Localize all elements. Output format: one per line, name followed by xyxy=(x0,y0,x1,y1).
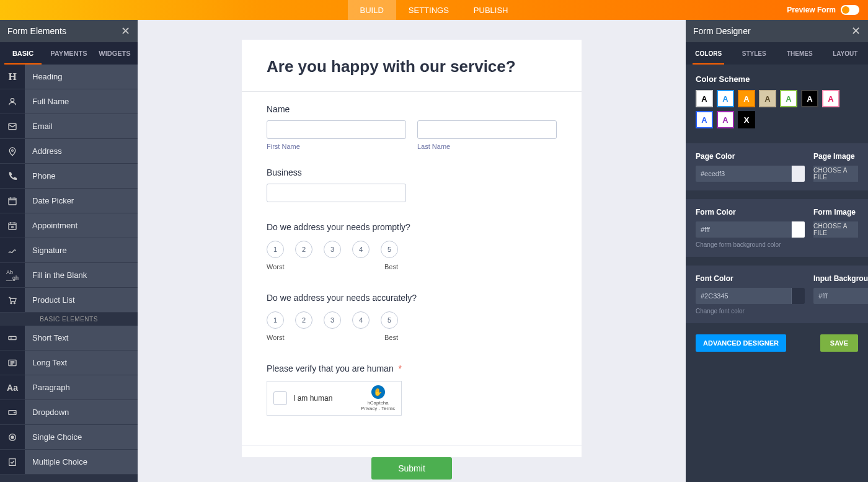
first-name-input[interactable] xyxy=(267,120,406,139)
rating-option-3[interactable]: 3 xyxy=(324,311,341,329)
element-heading[interactable]: HHeading xyxy=(0,65,138,89)
input-bg-input[interactable] xyxy=(813,288,868,304)
color-swatch[interactable]: A xyxy=(696,90,713,107)
captcha-label: Please verify that you are human * xyxy=(267,364,557,373)
element-phone[interactable]: Phone xyxy=(0,164,138,189)
element-signature[interactable]: Signature xyxy=(0,238,138,263)
element-label: Address xyxy=(25,139,138,163)
element-multiple-choice[interactable]: Multiple Choice xyxy=(0,450,138,475)
left-tab-payments[interactable]: PAYMENTS xyxy=(46,42,92,65)
sig-icon xyxy=(0,238,25,262)
color-swatch[interactable]: A xyxy=(759,90,776,107)
element-label: Dropdown xyxy=(25,400,138,424)
close-icon[interactable]: ✕ xyxy=(121,24,130,38)
form-card: Are you happy with our service? Name Fir… xyxy=(242,40,582,457)
tab-settings[interactable]: SETTINGS xyxy=(396,0,461,20)
form-image-label: Form Image xyxy=(813,208,858,216)
element-label: Single Choice xyxy=(25,425,138,449)
captcha-privacy[interactable]: Privacy - Terms xyxy=(361,406,395,411)
svg-point-7 xyxy=(14,302,15,303)
font-color-chip[interactable] xyxy=(791,288,805,304)
svg-point-0 xyxy=(11,98,14,101)
left-tab-basic[interactable]: BASIC xyxy=(0,42,46,65)
swatches: AAAAAAAAAX xyxy=(696,90,858,128)
form-color-help: Change form background color xyxy=(696,241,805,248)
page-color-chip[interactable] xyxy=(791,166,805,182)
submit-button[interactable]: Submit xyxy=(371,457,452,480)
business-input[interactable] xyxy=(267,184,406,202)
left-tabs: BASIC PAYMENTS WIDGETS xyxy=(0,42,138,65)
captcha-checkbox[interactable] xyxy=(273,391,287,405)
left-panel: Form Elements ✕ BASIC PAYMENTS WIDGETS H… xyxy=(0,20,138,482)
rating-option-2[interactable]: 2 xyxy=(295,241,312,258)
page-color-input[interactable] xyxy=(696,166,791,182)
rating-option-5[interactable]: 5 xyxy=(381,311,398,329)
element-fill-in-the-blank[interactable]: Ab__ghFill in the Blank xyxy=(0,263,138,288)
element-label: Email xyxy=(25,114,138,138)
topbar: BUILD SETTINGS PUBLISH Preview Form xyxy=(0,0,868,20)
element-appointment[interactable]: Appointment xyxy=(0,213,138,238)
form-color-chip[interactable] xyxy=(791,221,805,238)
preview-toggle[interactable] xyxy=(841,5,859,15)
close-icon[interactable]: ✕ xyxy=(851,24,861,38)
topbar-tabs: BUILD SETTINGS PUBLISH xyxy=(348,0,521,20)
save-button[interactable]: SAVE xyxy=(820,334,858,352)
tab-publish[interactable]: PUBLISH xyxy=(461,0,521,20)
right-tab-layout[interactable]: LAYOUT xyxy=(823,42,869,65)
captcha-brand: hCaptcha xyxy=(361,400,395,406)
form-image-choose[interactable]: CHOOSE A FILE xyxy=(813,221,858,238)
color-swatch[interactable]: A xyxy=(780,90,797,107)
color-swatch[interactable]: X xyxy=(738,111,755,128)
element-product-list[interactable]: Product List xyxy=(0,288,138,313)
rating-option-3[interactable]: 3 xyxy=(324,241,341,258)
element-email[interactable]: Email xyxy=(0,114,138,139)
svg-point-12 xyxy=(11,436,14,439)
rating-option-2[interactable]: 2 xyxy=(295,311,312,329)
page-image-choose[interactable]: CHOOSE A FILE xyxy=(813,166,858,182)
rating-option-4[interactable]: 4 xyxy=(352,241,370,258)
preview-form[interactable]: Preview Form xyxy=(787,5,859,15)
element-label: Long Text xyxy=(25,350,138,375)
element-single-choice[interactable]: Single Choice xyxy=(0,425,138,450)
rating-option-1[interactable]: 1 xyxy=(267,241,284,258)
element-dropdown[interactable]: Dropdown xyxy=(0,400,138,425)
element-label: Signature xyxy=(25,238,138,262)
svg-rect-8 xyxy=(9,336,16,339)
color-swatch[interactable]: A xyxy=(696,111,713,128)
color-swatch[interactable]: A xyxy=(738,90,755,107)
input-bg-label: Input Background xyxy=(813,274,868,283)
color-swatch[interactable]: A xyxy=(717,111,734,128)
rating-option-4[interactable]: 4 xyxy=(352,311,370,329)
element-label: Full Name xyxy=(25,89,138,114)
element-paragraph[interactable]: AaParagraph xyxy=(0,375,138,400)
element-label: Phone xyxy=(25,164,138,188)
form-color-input[interactable] xyxy=(696,221,791,238)
first-name-sublabel: First Name xyxy=(267,143,406,150)
right-tab-colors[interactable]: COLORS xyxy=(686,42,732,65)
font-color-input[interactable] xyxy=(696,288,791,304)
advanced-designer-button[interactable]: ADVANCED DESIGNER xyxy=(696,334,786,352)
rating-option-1[interactable]: 1 xyxy=(267,311,284,329)
svg-point-6 xyxy=(11,302,12,303)
right-panel-title: Form Designer xyxy=(693,26,751,36)
element-label: Multiple Choice xyxy=(25,450,138,474)
color-swatch[interactable]: A xyxy=(717,90,734,107)
element-date-picker[interactable]: Date Picker xyxy=(0,189,138,213)
captcha-box[interactable]: I am human ✋ hCaptcha Privacy - Terms xyxy=(267,381,402,416)
color-swatch[interactable]: A xyxy=(822,90,839,107)
canvas: Are you happy with our service? Name Fir… xyxy=(138,20,686,482)
element-short-text[interactable]: Short Text xyxy=(0,326,138,350)
tab-build[interactable]: BUILD xyxy=(348,0,396,20)
right-tab-themes[interactable]: THEMES xyxy=(777,42,823,65)
form-title: Are you happy with our service? xyxy=(242,40,582,91)
last-name-input[interactable] xyxy=(417,120,557,139)
rating2-best: Best xyxy=(384,334,398,341)
element-address[interactable]: Address xyxy=(0,139,138,164)
rating-option-5[interactable]: 5 xyxy=(381,241,398,258)
element-full-name[interactable]: Full Name xyxy=(0,89,138,114)
right-tab-styles[interactable]: STYLES xyxy=(732,42,777,65)
color-swatch[interactable]: A xyxy=(801,90,818,107)
rating1-question: Do we address your needs promptly? xyxy=(267,222,557,232)
left-tab-widgets[interactable]: WIDGETS xyxy=(92,42,138,65)
element-long-text[interactable]: Long Text xyxy=(0,350,138,375)
